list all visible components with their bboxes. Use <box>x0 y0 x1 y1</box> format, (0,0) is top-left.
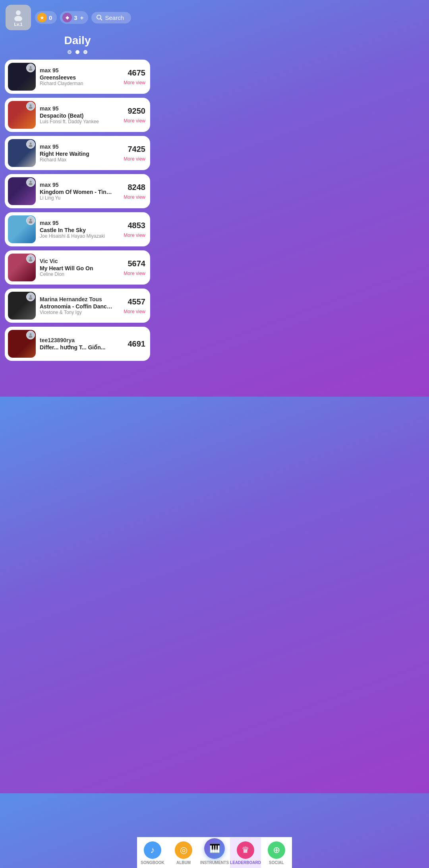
song-card[interactable]: tee123890rya Differ... hướng T... Giốn..… <box>5 327 150 361</box>
song-thumb <box>8 254 36 281</box>
song-info: max 95 Right Here Waiting Richard Max <box>40 143 114 163</box>
user-avatar-thumb <box>26 254 35 263</box>
song-user: Marina Hernandez Tous <box>40 296 114 302</box>
user-avatar-thumb <box>26 178 35 187</box>
star-count: 0 <box>49 14 52 21</box>
song-info: max 95 Kingdom Of Women - Tình Nhi Nữ (B… <box>40 182 114 201</box>
song-thumb <box>8 63 36 91</box>
song-title: Differ... hướng T... Giốn... <box>40 344 114 351</box>
song-thumb <box>8 330 36 358</box>
song-card[interactable]: max 95 Right Here Waiting Richard Max 74… <box>5 136 150 170</box>
svg-point-2 <box>97 15 101 19</box>
user-avatar-thumb <box>26 64 35 72</box>
more-view-button[interactable]: More view <box>124 156 145 162</box>
song-title: Kingdom Of Women - Tình Nhi Nữ (Beat... <box>40 189 114 195</box>
svg-point-1 <box>14 16 22 21</box>
more-view-button[interactable]: More view <box>124 309 145 314</box>
header-right: ★ 0 ◆ 3 + Search <box>35 11 149 24</box>
song-artist: Joe Hisaishi & Hayao Miyazaki <box>40 233 114 239</box>
user-avatar-thumb <box>26 331 35 339</box>
song-thumb <box>8 292 36 320</box>
search-button[interactable]: Search <box>91 12 131 23</box>
song-thumb <box>8 101 36 129</box>
song-card[interactable]: Marina Hernandez Tous Astronomia - Coffi… <box>5 289 150 323</box>
song-right: 4691 <box>118 339 145 349</box>
user-avatar-thumb <box>26 216 35 225</box>
song-user: max 95 <box>40 143 114 150</box>
song-card[interactable]: max 95 Castle In The Sky Joe Hisaishi & … <box>5 212 150 246</box>
more-view-button[interactable]: More view <box>124 80 145 85</box>
svg-point-8 <box>30 143 32 145</box>
song-info: tee123890rya Differ... hướng T... Giốn..… <box>40 337 114 351</box>
song-info: Marina Hernandez Tous Astronomia - Coffi… <box>40 296 114 315</box>
search-icon <box>96 14 102 21</box>
song-right: 5674 More view <box>118 259 145 276</box>
svg-point-9 <box>29 145 33 147</box>
song-right: 4557 More view <box>118 297 145 314</box>
diamond-badge[interactable]: ◆ 3 + <box>60 11 88 24</box>
song-card[interactable]: max 95 Despacito (Beat) Luis Fonsi ft. D… <box>5 98 150 132</box>
song-artist: Li Ling Yu <box>40 195 114 201</box>
avatar-level: Lv.1 <box>14 22 22 27</box>
song-score: 4557 <box>128 297 146 306</box>
song-right: 4853 More view <box>118 221 145 238</box>
dot-3[interactable] <box>83 50 87 54</box>
song-user: max 95 <box>40 67 114 74</box>
svg-point-12 <box>30 219 32 221</box>
svg-point-19 <box>29 335 33 338</box>
search-label: Search <box>105 14 124 21</box>
more-view-button[interactable]: More view <box>124 194 145 200</box>
song-title: Astronomia - Coffin Dance - Vũ Điệu Khi.… <box>40 303 114 310</box>
song-info: max 95 Despacito (Beat) Luis Fonsi ft. D… <box>40 105 114 124</box>
song-artist: Luis Fonsi ft. Daddy Yankee <box>40 119 114 124</box>
song-score: 4675 <box>128 68 146 78</box>
svg-point-14 <box>30 257 32 259</box>
song-score: 4853 <box>128 221 146 230</box>
svg-point-17 <box>29 297 33 300</box>
song-title: Despacito (Beat) <box>40 112 114 119</box>
avatar-icon <box>12 8 25 21</box>
song-title: Greensleeves <box>40 74 114 81</box>
song-title: Castle In The Sky <box>40 227 114 233</box>
song-card[interactable]: max 95 Kingdom Of Women - Tình Nhi Nữ (B… <box>5 174 150 208</box>
more-view-button[interactable]: More view <box>124 232 145 238</box>
song-user: max 95 <box>40 182 114 188</box>
svg-point-11 <box>29 183 33 185</box>
song-title: My Heart Will Go On <box>40 265 114 271</box>
more-view-button[interactable]: More view <box>124 271 145 276</box>
plus-label: + <box>80 14 84 21</box>
avatar-box[interactable]: Lv.1 <box>6 5 31 30</box>
song-score: 8248 <box>128 183 146 192</box>
star-badge[interactable]: ★ 0 <box>35 11 57 24</box>
song-right: 7425 More view <box>118 145 145 162</box>
song-thumb <box>8 139 36 167</box>
page-dots <box>0 50 155 54</box>
song-title: Right Here Waiting <box>40 151 114 157</box>
song-card[interactable]: max 95 Greensleeves Richard Clayderman 4… <box>5 60 150 94</box>
dot-2[interactable] <box>75 50 79 54</box>
svg-point-7 <box>29 107 33 109</box>
song-info: max 95 Greensleeves Richard Clayderman <box>40 67 114 86</box>
song-score: 7425 <box>128 145 146 154</box>
svg-point-0 <box>16 10 21 15</box>
song-card[interactable]: Vic Vic My Heart Will Go On Celine Dion … <box>5 250 150 285</box>
song-list: max 95 Greensleeves Richard Clayderman 4… <box>0 60 155 397</box>
svg-point-5 <box>29 68 33 71</box>
svg-line-3 <box>100 19 102 20</box>
song-right: 8248 More view <box>118 183 145 200</box>
song-artist: Vicetone & Tony Igy <box>40 310 114 315</box>
star-icon: ★ <box>37 13 47 22</box>
more-view-button[interactable]: More view <box>124 118 145 124</box>
svg-point-6 <box>30 105 32 107</box>
svg-point-13 <box>29 221 33 223</box>
song-user: max 95 <box>40 105 114 112</box>
diamond-count: 3 <box>74 14 77 21</box>
song-artist: Richard Clayderman <box>40 81 114 86</box>
svg-point-16 <box>30 295 32 297</box>
song-info: Vic Vic My Heart Will Go On Celine Dion <box>40 258 114 277</box>
header-badges: ★ 0 ◆ 3 + Search <box>35 11 149 24</box>
dot-1[interactable] <box>68 50 72 54</box>
song-info: max 95 Castle In The Sky Joe Hisaishi & … <box>40 220 114 239</box>
song-user: Vic Vic <box>40 258 114 264</box>
header: Lv.1 ★ 0 ◆ 3 + Search <box>0 0 155 33</box>
